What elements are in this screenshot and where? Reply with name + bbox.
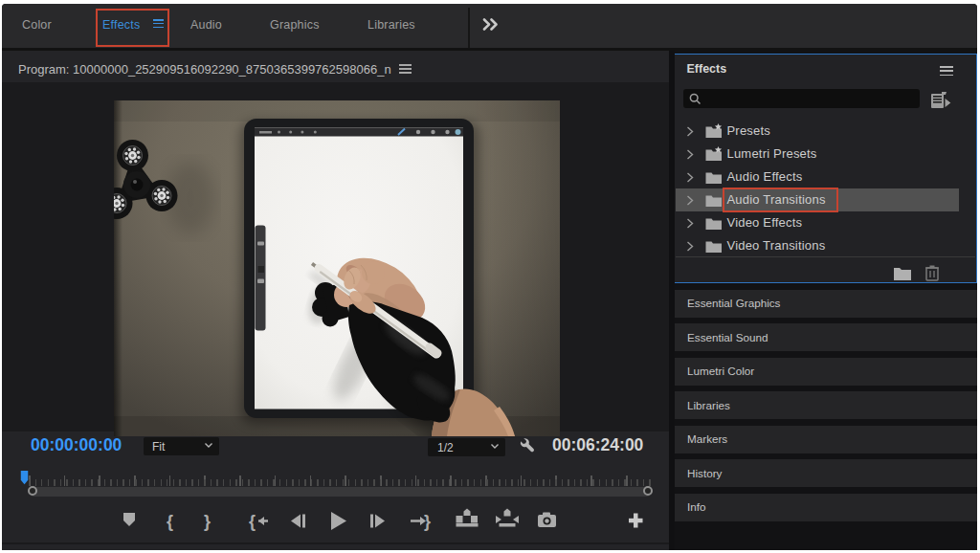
svg-text:{: { bbox=[249, 512, 256, 531]
svg-text:}: } bbox=[204, 512, 211, 531]
svg-text:}: } bbox=[424, 512, 431, 531]
svg-text:{: { bbox=[167, 512, 173, 531]
